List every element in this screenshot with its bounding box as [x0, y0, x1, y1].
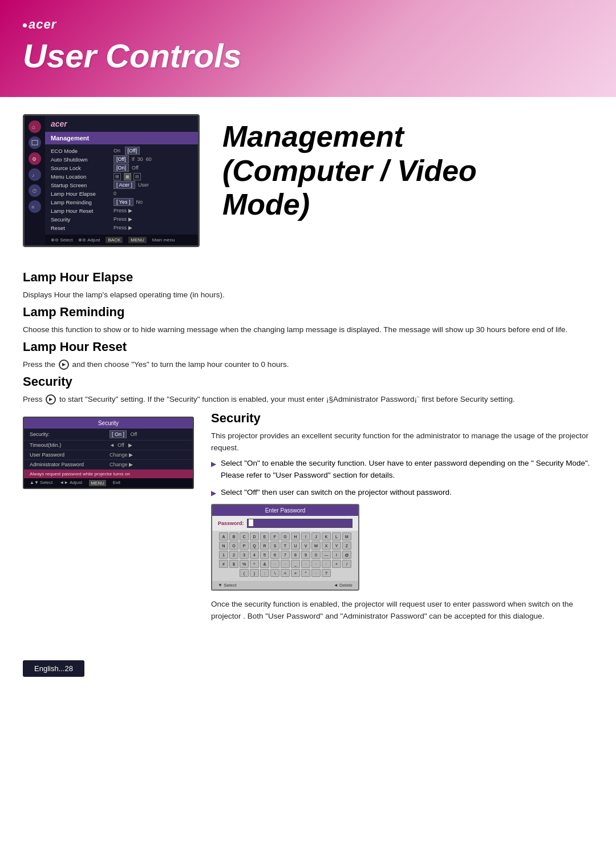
key-y[interactable]: Y [332, 542, 341, 550]
screen-footer: ⊕⊖ Select ⊕⊖ Adjust BACK MENU Main menu [45, 235, 198, 245]
icon-timer: ⏱ [29, 184, 41, 197]
svg-text:⚙: ⚙ [32, 156, 37, 162]
key-p[interactable]: P [240, 542, 249, 550]
key-7[interactable]: 7 [281, 551, 290, 559]
key-dot2[interactable]: · [281, 560, 290, 568]
key-dot4[interactable]: · [311, 560, 321, 568]
key-j[interactable]: J [311, 532, 321, 540]
table-row: Security: [ On ] Off [24, 429, 193, 441]
key-question[interactable]: ? [322, 569, 331, 577]
acer-logo-header: acer [23, 17, 593, 32]
key-a[interactable]: A [219, 532, 228, 540]
key-x[interactable]: X [322, 542, 331, 550]
key-l[interactable]: L [332, 532, 341, 540]
key-6[interactable]: 6 [270, 551, 279, 559]
key-k[interactable]: K [322, 532, 331, 540]
key-u[interactable]: U [291, 542, 300, 550]
bullet-item-2: ▶ Select "Off" then user can switch on t… [211, 487, 593, 498]
key-s[interactable]: S [270, 542, 279, 550]
key-dot5[interactable]: · [322, 560, 331, 568]
key-lt[interactable]: < [281, 569, 290, 577]
key-4[interactable]: 4 [250, 551, 259, 559]
key-o[interactable]: O [229, 542, 238, 550]
svg-rect-1 [32, 140, 38, 145]
key-hash[interactable]: # [219, 560, 228, 568]
key-n[interactable]: N [219, 542, 228, 550]
pw-footer-select: ▼ Select [218, 583, 236, 588]
key-dot3[interactable]: · [301, 560, 310, 568]
bullet-arrow-icon-2: ▶ [211, 488, 216, 498]
key-9[interactable]: 9 [301, 551, 310, 559]
key-5[interactable]: 5 [260, 551, 269, 559]
footer-select: ▲▼ Select [30, 480, 52, 486]
row-label: Lamp Hour Elapse [51, 191, 114, 197]
svg-text:⌂: ⌂ [32, 124, 35, 130]
key-q[interactable]: Q [250, 542, 259, 550]
management-title: Management (Computer / Video Mode) [222, 114, 593, 222]
section-security-main: Security Press ▶ to start "Security" set… [23, 374, 593, 406]
table-row: Security Press ▶ [45, 215, 198, 224]
key-0[interactable]: 0 [311, 551, 321, 559]
icon-misc: ≡ [29, 200, 41, 213]
key-i[interactable]: I [301, 532, 310, 540]
key-f[interactable]: F [270, 532, 279, 540]
key-pipe[interactable]: I [332, 551, 341, 559]
key-z[interactable]: Z [342, 542, 351, 550]
key-slash[interactable]: / [342, 560, 351, 568]
key-h[interactable]: H [291, 532, 300, 540]
svg-text:♪: ♪ [32, 172, 35, 178]
key-2[interactable]: 2 [229, 551, 238, 559]
key-under[interactable]: _ [291, 560, 300, 568]
row-value: [ Yes ] No [114, 199, 143, 205]
footer-adjust: ◄► Adjust [59, 480, 82, 486]
key-amp[interactable]: & [260, 560, 269, 568]
management-title-area: Management (Computer / Video Mode) [222, 114, 593, 259]
key-dot1[interactable]: · [270, 560, 279, 568]
management-line3: Mode) [222, 188, 310, 221]
key-3[interactable]: 3 [240, 551, 249, 559]
icon-audio: ♪ [29, 168, 41, 181]
key-dot6[interactable]: · [311, 569, 321, 577]
key-guillemet[interactable]: « [291, 569, 300, 577]
press-after-text: and then choose "Yes" to turn the lamp h… [72, 360, 289, 369]
security-notice: Always request password while projector … [24, 470, 193, 478]
key-plus[interactable]: + [332, 560, 341, 568]
key-rparen[interactable]: ) [250, 569, 259, 577]
key-w[interactable]: W [311, 542, 321, 550]
table-row: Startup Screen [ Acer ] User [45, 181, 198, 189]
key-backslash[interactable]: \ [270, 569, 279, 577]
key-1[interactable]: 1 [219, 551, 228, 559]
key-v[interactable]: V [301, 542, 310, 550]
page-number-badge: English...28 [23, 660, 84, 677]
menu-btn: MENU [89, 480, 106, 486]
keyboard-row-5: ( ) : \ < « " · ? [218, 569, 352, 577]
section-lamp-hour-reset: Lamp Hour Reset Press the ▶ and then cho… [23, 340, 593, 371]
security-outro: Once the security function is enabled, t… [211, 599, 593, 623]
section-heading-security: Security [211, 411, 593, 426]
key-quote[interactable]: " [301, 569, 310, 577]
key-colon[interactable]: : [260, 569, 269, 577]
key-caret[interactable]: ^ [250, 560, 259, 568]
key-dash[interactable]: — [322, 551, 331, 559]
key-c[interactable]: C [240, 532, 249, 540]
key-m[interactable]: M [342, 532, 351, 540]
key-percent[interactable]: % [240, 560, 249, 568]
key-r[interactable]: R [260, 542, 269, 550]
key-lparen[interactable]: ( [240, 569, 249, 577]
key-dollar[interactable]: $ [229, 560, 238, 568]
key-8[interactable]: 8 [291, 551, 300, 559]
key-b[interactable]: B [229, 532, 238, 540]
key-at[interactable]: @ [342, 551, 351, 559]
security-text-content: Security This projector provides an exce… [211, 411, 593, 625]
row-label: Administrator Password [30, 462, 110, 467]
security-screen-area: Security Security: [ On ] Off Timeout(Mi… [23, 411, 194, 489]
key-e[interactable]: E [260, 532, 269, 540]
key-g[interactable]: G [281, 532, 290, 540]
row-value: Press ▶ [114, 225, 132, 231]
key-t[interactable]: T [281, 542, 290, 550]
row-value: 0 [114, 191, 116, 196]
row-label: Lamp Reminding [51, 199, 114, 205]
password-field-label: Password: [218, 520, 244, 526]
key-d[interactable]: D [250, 532, 259, 540]
menu-btn: MENU [128, 237, 147, 243]
